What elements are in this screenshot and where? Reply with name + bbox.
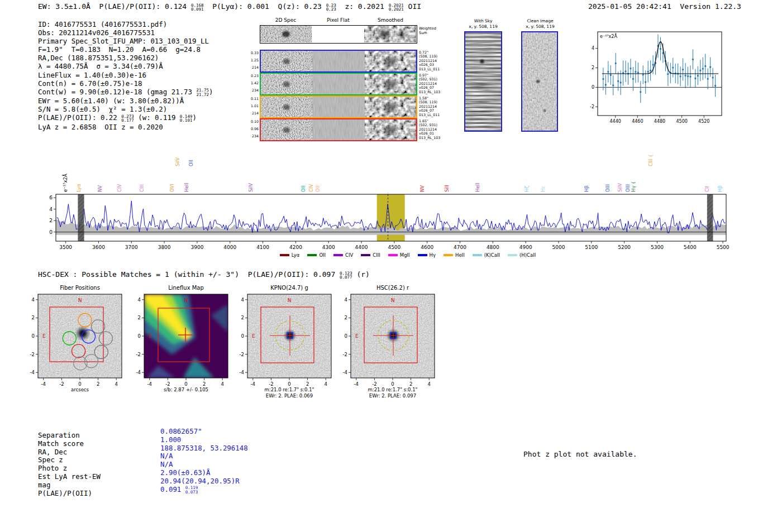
legend-label: Hγ (430, 252, 436, 258)
svg-text:4520: 4520 (698, 119, 709, 124)
legend-label: CIII (373, 252, 380, 258)
legend-label: HeII (455, 252, 465, 258)
svg-text:-2: -2 (59, 381, 64, 387)
svg-text:4: 4 (592, 46, 594, 51)
match-value: 2.90(±0.63)Å (160, 468, 211, 477)
svg-text:4500: 4500 (676, 119, 687, 124)
info-line: Cont(n) = 6.70(±0.75)e-18 (38, 79, 213, 88)
match-row: RA, Dec188.875318, 53.296148 (38, 448, 248, 456)
photz-note: Phot z plot not available. (523, 450, 637, 458)
match-label: Est LyA rest-EW (38, 472, 160, 481)
spec2d-weighted-images (260, 26, 416, 42)
legend-item: HeII (444, 252, 465, 258)
svg-text:2: 2 (306, 381, 309, 387)
info-line: P(LAE)/P(OII): 0.22 0.2730.177 (w: 0.119… (38, 113, 213, 122)
match-label: Match score (38, 439, 160, 448)
spec2d-section: 2D Spec Pixel Flat Smoothed Weighted Sum… (237, 16, 460, 145)
compass-east: E (252, 333, 255, 339)
spec2d-row-annotation: 0.72" (508, 119) 20211214 v026_03 013_LL… (419, 50, 440, 71)
svg-text:-4: -4 (343, 370, 347, 375)
compass-north: N (288, 298, 292, 303)
info-line: F=1.9" T=0.183 N=1.20 A=0.66 g=24.8 (38, 45, 213, 54)
svg-text:-4: -4 (251, 381, 255, 387)
legend-item: OII (307, 252, 326, 258)
cutout-sublabel: s/b: 2.87 +/- 0.105 (164, 387, 208, 392)
svg-text:2: 2 (409, 381, 412, 387)
svg-text:CIII: CIII (139, 185, 145, 192)
legend-label: CIV (345, 252, 353, 258)
cutout-title: HSC(26.2) r (376, 285, 409, 291)
withsky-image (464, 31, 502, 132)
spec2d-col-title: Pixel Flat (312, 17, 365, 23)
match-label: Separation (38, 431, 160, 439)
match-value: 188.875318, 53.296148 (160, 444, 248, 452)
cutout-hsc-r: HSC(26.2) r 420-2-4-4-2024 N E m:21.0 re… (334, 282, 446, 402)
svg-text:OII: OII (188, 160, 194, 166)
svg-text:4: 4 (427, 381, 430, 387)
spec2d-row-ticks: 0.10 0.96 234 (244, 118, 259, 140)
cutout-fiber-positions: Fiber Positions 420-2-4-4-2024 N E arcse… (21, 282, 133, 402)
svg-text:0: 0 (138, 333, 141, 339)
legend-swatch (444, 254, 453, 256)
info-line: EWr = 5.60(±1.40) (w: 3.80(±0.82))Å (38, 97, 213, 105)
legend-item: (H)CaII (508, 252, 536, 258)
svg-text:SiII: SiII (444, 185, 450, 192)
svg-text:NV: NV (97, 185, 103, 192)
legend-swatch (333, 254, 343, 256)
detection-info-block: ID: 4016775531 (4016775531.pdf)Obs: 2021… (38, 20, 213, 131)
spec2d-col-title: Smoothed (365, 17, 416, 23)
svg-text:OVI: OVI (169, 184, 175, 192)
cutout-xlabel: arcsecs (71, 387, 89, 392)
svg-text:-4: -4 (147, 381, 152, 387)
svg-text:Hε: Hε (540, 186, 546, 192)
svg-text:-2: -2 (136, 352, 141, 357)
compass-east: E (42, 333, 46, 339)
compass-north: N (78, 298, 82, 303)
spec2d-col-title: 2D Spec (260, 17, 312, 23)
match-table: Separation0.0862657"Match score1.000RA, … (38, 431, 248, 497)
legend-swatch (307, 254, 317, 256)
compass-north: N (184, 298, 188, 303)
spec2d-row-annotation: 1.65" (502, 931) 20211214 v026_01 013_RL… (419, 119, 440, 140)
cutout-lineflux-map: Lineflux Map 420-2-4-4-2024 N E s/b: 2.8… (127, 282, 239, 402)
svg-text:-4: -4 (136, 370, 141, 375)
svg-text:Hζ: Hζ (524, 186, 530, 192)
svg-text:Hβ: Hβ (584, 185, 589, 192)
svg-text:-2: -2 (343, 352, 347, 357)
svg-text:-2: -2 (30, 352, 35, 357)
svg-text:-2: -2 (165, 381, 170, 387)
legend-swatch (473, 254, 482, 256)
spec2d-row (260, 95, 417, 118)
spec2d-row-annotation: 0.97" (502, 931) 20211214 v026_07 013_RL… (419, 73, 440, 94)
spectrum-legend: LyαOIICIVCIIIMgIIHγHeII(K)CaII(H)CaII (73, 248, 743, 258)
spectrum-line-markers: e⁻¹⁷x2ÅLyαNVCIVCIIIOVISiIVHeIIOIISiIVOII… (62, 154, 723, 192)
cleanimage-coords: x, y: 508, 119 (516, 24, 564, 30)
weighted-sum-label: Weighted Sum (419, 27, 436, 35)
legend-item: (K)CaII (473, 252, 500, 258)
hscdex-header: HSC-DEX : Possible Matches = 1 (within +… (38, 270, 370, 279)
svg-text:3500: 3500 (59, 245, 72, 250)
svg-text:2: 2 (97, 381, 99, 387)
svg-text:CIV: CIV (117, 184, 122, 192)
cutout-kpno-g: KPNO(24.7) g 420-2-4-4-2024 N E m:21.0 r… (231, 282, 342, 402)
info-line: Obs: 20211214v026_4016775531 (38, 28, 213, 37)
line-fit-plot: -202444404460448045004520e⁻¹⁷x2Å (579, 26, 726, 128)
svg-text:OII: OII (315, 185, 321, 192)
svg-text:4: 4 (221, 381, 223, 387)
legend-item: Lyα (280, 252, 300, 258)
spec2d-row-ticks: 0.23 1.42 234 (244, 72, 259, 94)
info-line: Cont(w) = 9.90(±0.12)e-18 (gmag 21.73 21… (38, 88, 213, 97)
match-label: RA, Dec (38, 448, 160, 456)
svg-text:Hβ: Hβ (717, 185, 723, 192)
withsky-title-text: With Sky (459, 18, 507, 24)
match-row: Separation0.0862657" (38, 431, 248, 439)
compass-east: E (355, 333, 359, 339)
svg-text:CIV: CIV (308, 184, 314, 192)
legend-item: MgII (388, 252, 410, 258)
svg-text:OIII: OIII (625, 184, 631, 192)
svg-text:4: 4 (115, 381, 117, 387)
match-value: N/A (160, 452, 173, 460)
info-line: RA,Dec (188.875351,53.296162) (38, 54, 213, 62)
legend-swatch (418, 254, 427, 256)
svg-text:4: 4 (138, 297, 141, 303)
